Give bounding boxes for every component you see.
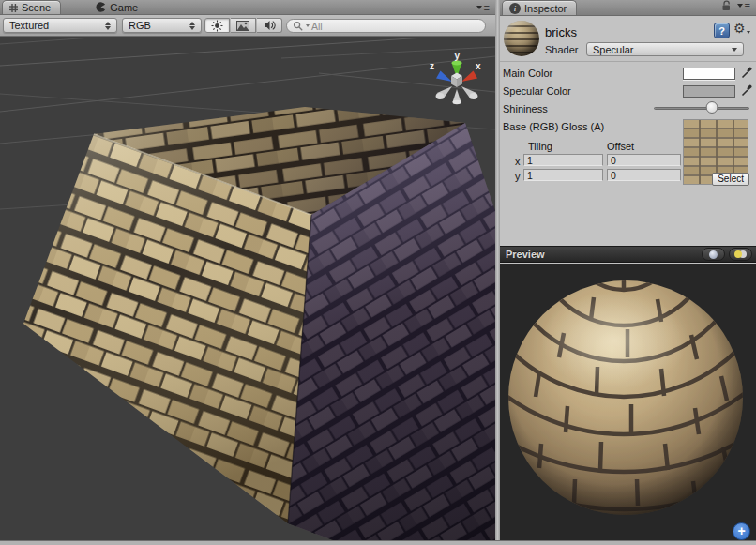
add-button[interactable]: +	[733, 522, 750, 540]
material-name: bricks	[545, 25, 577, 39]
offset-x-field[interactable]	[607, 154, 681, 166]
chevron-down-icon	[737, 4, 743, 8]
preview-title: Preview	[506, 249, 545, 260]
material-inspector: bricks Shader Specular ? ⚙ Main Color Sp…	[500, 16, 756, 246]
scene-audio-toggle[interactable]	[257, 18, 282, 33]
preview-lighting-button[interactable]	[729, 248, 752, 261]
draw-mode-dropdown[interactable]: Textured	[3, 18, 117, 33]
scene-toolbar: Textured RGB	[0, 15, 495, 37]
tab-inspector-label: Inspector	[524, 3, 567, 14]
gizmo-z-label: z	[430, 61, 434, 71]
material-sphere-icon	[504, 21, 539, 56]
info-icon: i	[509, 3, 521, 14]
chevron-down-icon	[732, 48, 737, 52]
eyedropper-icon[interactable]	[740, 66, 752, 80]
render-mode-value: RGB	[129, 20, 151, 31]
help-icon[interactable]: ?	[714, 23, 730, 38]
gizmo-y-label: y	[455, 51, 461, 61]
speaker-icon	[264, 20, 276, 31]
shader-label: Shader	[545, 44, 578, 55]
shininess-slider[interactable]	[654, 107, 749, 110]
light-on-icon	[734, 250, 742, 258]
search-icon	[293, 21, 304, 32]
gizmo-negative-z-cap	[470, 93, 478, 99]
updown-arrows-icon	[105, 22, 111, 30]
sphere-icon	[709, 250, 718, 259]
main-color-swatch[interactable]	[683, 68, 735, 80]
offset-y-field[interactable]	[607, 169, 681, 181]
scene-viewport[interactable]: y x z	[0, 38, 495, 540]
scene-tabstrip: Scene Game ≡	[0, 0, 495, 15]
tiling-row-y-label: y	[515, 171, 521, 182]
draw-mode-value: Textured	[9, 20, 49, 31]
material-preview-sphere	[500, 264, 756, 540]
chevron-down-icon	[476, 6, 482, 9]
scene-panel-menu[interactable]: ≡	[476, 4, 491, 11]
base-texture-thumbnail[interactable]: Select	[683, 119, 748, 185]
scene-panel: Scene Game ≡ Textured RGB	[0, 0, 495, 540]
scene-skybox-toggle[interactable]	[231, 18, 256, 33]
gizmo-y-axis-cap	[452, 61, 462, 66]
search-scope-label: All	[311, 21, 323, 32]
tiling-header: Tiling	[528, 141, 552, 152]
menu-bars-icon: ≡	[484, 4, 491, 11]
tab-game-label: Game	[110, 2, 138, 13]
chevron-down-icon	[747, 31, 750, 34]
grid-icon	[9, 4, 18, 12]
shader-dropdown[interactable]: Specular	[586, 42, 744, 56]
scene-search-field[interactable]: All	[286, 19, 486, 33]
search-filter-chevron-icon	[306, 24, 310, 27]
game-icon	[96, 2, 106, 12]
window-bottom-edge	[0, 540, 756, 545]
main-color-label: Main Color	[503, 68, 552, 79]
gizmo-x-label: x	[476, 61, 481, 71]
gear-icon[interactable]: ⚙	[733, 21, 750, 36]
shininess-label: Shininess	[503, 103, 548, 114]
lock-icon[interactable]	[721, 0, 732, 11]
inspector-tabstrip: i Inspector ≡	[500, 0, 756, 16]
tab-inspector[interactable]: i Inspector	[502, 0, 577, 15]
tab-scene[interactable]: Scene	[2, 0, 61, 14]
scene-lighting-toggle[interactable]	[204, 18, 230, 33]
tab-game[interactable]: Game	[89, 0, 147, 14]
tab-scene-label: Scene	[22, 2, 51, 13]
render-mode-dropdown[interactable]: RGB	[122, 18, 202, 33]
material-preview-area[interactable]: +	[500, 264, 756, 540]
specular-color-swatch[interactable]	[683, 85, 735, 98]
menu-bars-icon: ≡	[745, 2, 751, 9]
updown-arrows-icon	[189, 22, 195, 30]
preview-shape-button[interactable]	[702, 248, 725, 261]
specular-color-label: Specular Color	[503, 85, 571, 97]
gizmo-negative-y-cap	[453, 100, 461, 104]
tiling-y-field[interactable]	[523, 169, 603, 181]
shader-value: Specular	[593, 44, 633, 55]
unity-editor-window: Scene Game ≡ Textured RGB	[0, 0, 756, 545]
inspector-panel-menu[interactable]: ≡	[737, 2, 751, 9]
header-separator	[500, 61, 756, 62]
shininess-slider-thumb[interactable]	[706, 101, 718, 114]
eyedropper-icon[interactable]	[740, 83, 752, 98]
gizmo-negative-x-cap	[436, 93, 445, 99]
offset-header: Offset	[607, 141, 634, 152]
base-map-label: Base (RGB) Gloss (A)	[503, 121, 604, 132]
image-icon	[236, 21, 249, 31]
tiling-x-field[interactable]	[523, 154, 603, 166]
select-texture-button[interactable]: Select	[712, 173, 749, 186]
tiling-row-x-label: x	[515, 156, 521, 167]
inspector-panel: i Inspector ≡ bricks Shader Specular	[500, 0, 756, 540]
preview-header[interactable]: Preview	[500, 246, 756, 263]
sun-icon	[211, 20, 223, 32]
